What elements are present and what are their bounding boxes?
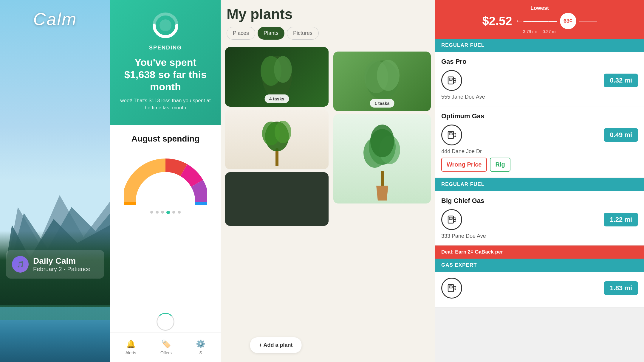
gas-dist-2: 0.27 mi	[543, 29, 556, 34]
calm-logo-text: Calm	[33, 9, 77, 29]
dot-1	[150, 211, 153, 214]
gas-price-badge: 63¢	[560, 13, 576, 29]
dot-3	[161, 211, 164, 214]
plants-grid-left: 4 tasks	[221, 44, 331, 229]
svg-point-6	[143, 179, 188, 205]
optimum-name: Optimum Gas	[441, 112, 638, 120]
calm-avatar: 🎵	[12, 256, 29, 273]
spending-label: SPENDING	[149, 45, 182, 51]
add-plant-container: + Add a plant	[250, 337, 302, 353]
spending-chart-dots	[116, 211, 215, 214]
offers-icon: 🏷️	[161, 339, 171, 349]
plant-2-tasks-badge: 1 tasks	[370, 99, 394, 108]
calm-reflection	[0, 305, 110, 320]
calm-background	[0, 0, 110, 362]
gas-line-end: ———	[579, 18, 597, 24]
plant-svg-4	[360, 117, 405, 201]
big-chief-address: 333 Pane Doe Ave	[441, 233, 638, 239]
big-chief-distance: 1.22 mi	[604, 213, 638, 226]
svg-rect-35	[449, 286, 452, 288]
wrong-price-button[interactable]: Wrong Price	[441, 158, 487, 172]
offers-label: Offers	[160, 350, 172, 355]
plant-1-tasks-text: 4 tasks	[269, 96, 284, 101]
optimum-distance: 0.49 mi	[604, 128, 638, 142]
plant-card-4[interactable]	[333, 114, 431, 203]
right-price-button[interactable]: Rig	[490, 158, 510, 172]
optimum-btn-row: Wrong Price Rig	[441, 158, 638, 172]
plants-title: My plants	[227, 6, 325, 22]
plants-panel: My plants Places Plants Pictures 4 tasks	[221, 0, 331, 362]
plants-header: My plants Places Plants Pictures	[221, 0, 331, 44]
gas-pro-row: 0.32 mi	[441, 70, 638, 91]
optimum-row: 0.49 mi	[441, 125, 638, 145]
plants-grid-right: 1 tasks	[331, 49, 435, 206]
gas-section-2-header: REGULAR FUEL	[435, 178, 644, 191]
gas-pro-address: 555 Jane Doe Ave	[441, 94, 638, 100]
plant-img-4	[333, 114, 431, 203]
calm-logo-container: Calm	[0, 9, 110, 29]
nav-offers[interactable]: 🏷️ Offers	[160, 339, 172, 355]
big-chief-icon	[441, 209, 462, 230]
spending-amount: You've spent $1,638 so far this month	[119, 56, 212, 93]
gas-section-1-header: REGULAR FUEL	[435, 39, 644, 52]
plant-svg-3	[262, 113, 292, 166]
plant-card-3[interactable]	[225, 110, 329, 169]
gas-expert-distance: 1.83 mi	[604, 281, 638, 295]
plant-1-tasks-badge: 4 tasks	[264, 94, 289, 103]
dot-6	[178, 211, 181, 214]
tab-places[interactable]: Places	[227, 27, 255, 40]
calm-avatar-icon: 🎵	[17, 261, 24, 268]
dot-4-active	[166, 211, 170, 214]
calm-daily-card[interactable]: 🎵 Daily Calm February 2 - Patience	[6, 250, 104, 279]
gas-section-3-label: GAS EXPERT	[441, 262, 477, 268]
calm-card-content: Daily Calm February 2 - Patience	[33, 256, 90, 273]
spending-bottom-nav: 🔔 Alerts 🏷️ Offers ⚙️ S	[110, 332, 221, 362]
calm-card-subtitle: February 2 - Patience	[33, 266, 90, 273]
spending-body: August spending	[110, 125, 221, 223]
loading-spinner	[157, 313, 174, 331]
gas-expert-row: 1.83 mi	[441, 278, 638, 299]
gas-deal-text: Deal: Earn 2¢ GaBack per	[441, 249, 503, 255]
nav-alerts[interactable]: 🔔 Alerts	[126, 339, 136, 355]
plant-2-tasks-text: 1 tasks	[374, 101, 390, 106]
gas-section-3-header: GAS EXPERT	[435, 259, 644, 272]
optimum-address: 444 Dane Joe Dr	[441, 148, 638, 155]
svg-point-16	[377, 60, 400, 91]
calm-card-title: Daily Calm	[33, 256, 90, 266]
svg-rect-27	[449, 133, 452, 135]
scroll-indicator	[110, 313, 221, 331]
nav-s[interactable]: ⚙️ S	[196, 339, 205, 355]
gas-pro-icon	[441, 70, 462, 91]
gas-station-gas-pro: Gas Pro 0.32 mi 555 Jane Doe Ave	[435, 52, 644, 106]
dot-2	[156, 211, 159, 214]
spending-panel: SPENDING You've spent $1,638 so far this…	[110, 0, 221, 362]
gas-dist-1: 3.79 mi	[523, 29, 537, 34]
plant-card-2[interactable]: 1 tasks	[333, 52, 431, 111]
add-plant-button[interactable]: + Add a plant	[250, 337, 302, 353]
gas-section-1-label: REGULAR FUEL	[441, 42, 484, 48]
gas-section-2-label: REGULAR FUEL	[441, 181, 484, 187]
spending-donut-icon	[152, 12, 179, 39]
svg-rect-31	[449, 217, 452, 220]
plants-panel-right: 1 tasks	[331, 0, 435, 362]
plant-card-dark[interactable]	[225, 172, 329, 226]
gas-station-big-chief: Big Chief Gas 1.22 mi 333 Pane Doe Ave	[435, 191, 644, 246]
tab-plants[interactable]: Plants	[258, 27, 284, 40]
gas-header: Lowest $2.52 ←———— 63¢ ——— 3.79 mi 0.27 …	[435, 0, 644, 39]
svg-point-13	[275, 121, 291, 143]
s-icon: ⚙️	[196, 339, 205, 349]
gas-lowest-label: Lowest	[530, 5, 549, 11]
plant-svg-1	[259, 53, 295, 101]
optimum-icon	[441, 125, 462, 145]
svg-rect-23	[449, 78, 452, 80]
plant-card-1[interactable]: 4 tasks	[225, 47, 329, 107]
spending-header: SPENDING You've spent $1,638 so far this…	[110, 0, 221, 125]
gas-pro-distance: 0.32 mi	[604, 74, 638, 87]
gas-pro-name: Gas Pro	[441, 58, 638, 66]
gas-price-row: $2.52 ←———— 63¢ ———	[482, 13, 597, 29]
svg-point-9	[274, 56, 292, 83]
gas-pump-icon-2	[446, 129, 458, 141]
s-label: S	[199, 350, 202, 355]
tab-pictures[interactable]: Pictures	[287, 27, 319, 40]
alerts-label: Alerts	[126, 350, 136, 355]
